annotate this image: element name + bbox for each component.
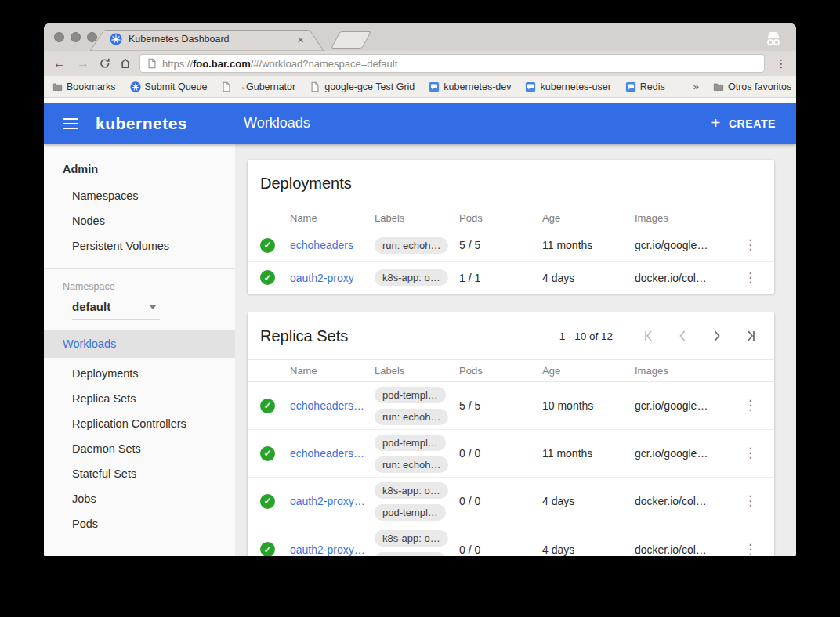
bookmark-item[interactable]: Bookmarks [52,81,116,92]
bookmark-item[interactable]: kubernetes-dev [429,81,511,92]
table-row: ✓ oauth2-proxy… k8s-app: o… pod-templ… 0… [248,478,774,525]
bookmarks-bar: Bookmarks Submit Queue →Gubernator googl… [44,76,796,98]
forward-icon[interactable]: → [75,56,91,70]
last-page-icon[interactable] [744,329,759,343]
sidebar-item-replica-sets[interactable]: Replica Sets [44,386,235,411]
bookmark-item[interactable]: →Gubernator [221,81,295,92]
label-chip: pod-templ… [375,435,446,451]
sidebar-item-nodes[interactable]: Nodes [44,208,235,233]
back-icon[interactable]: ← [52,56,67,70]
sidebar-item-jobs[interactable]: Jobs [44,486,235,511]
row-menu-icon[interactable]: ⋮ [744,448,774,459]
sidebar-item-daemon-sets[interactable]: Daemon Sets [44,436,235,461]
deployment-link[interactable]: oauth2-proxy [290,272,375,284]
folder-icon [52,81,63,92]
row-menu-icon[interactable]: ⋮ [744,240,774,251]
bookmark-item[interactable]: Redis [625,81,665,92]
pagination-range: 1 - 10 of 12 [559,330,613,342]
deployment-link[interactable]: echoheaders [290,239,375,251]
table-row: ✓ echoheaders run: echoh… 5 / 5 11 month… [248,229,774,262]
row-menu-icon[interactable]: ⋮ [744,272,774,283]
label-chip: k8s-app: o… [375,269,448,286]
label-chip: run: echoh… [375,237,448,254]
create-button[interactable]: + CREATE [711,114,776,132]
browser-toolbar: ← → https://foo.bar.com/#/workload?names… [44,51,796,76]
bookmark-item[interactable]: Submit Queue [130,81,208,92]
browser-window: Kubernetes Dashboard × ← → https://foo.b… [44,23,796,556]
status-ok-icon: ✓ [260,270,275,285]
sidebar-item-persistent-volumes[interactable]: Persistent Volumes [44,233,235,258]
reload-icon[interactable] [99,57,111,70]
label-chip: pod-templ… [375,387,446,403]
table-row: ✓ echoheaders… pod-templ… run: echoh… 0 … [248,430,774,478]
table-row: ✓ oauth2-proxy… k8s-app: o… pod-templ… 0… [248,525,774,556]
row-menu-icon[interactable]: ⋮ [744,544,774,555]
bookmarks-overflow-icon[interactable]: » [693,81,699,92]
status-ok-icon: ✓ [260,238,275,253]
label-chip: run: echoh… [375,456,448,473]
window-close-button[interactable] [54,32,64,42]
sidebar-item-stateful-sets[interactable]: Stateful Sets [44,461,235,486]
page-title: Workloads [244,115,310,132]
bookmark-item[interactable]: kubernetes-user [525,81,610,92]
url-bar[interactable]: https://foo.bar.com/#/workload?namespace… [139,54,765,73]
browser-tab[interactable]: Kubernetes Dashboard × [89,30,324,51]
replica-set-link[interactable]: echoheaders… [290,399,375,412]
incognito-icon [763,28,784,47]
kubernetes-icon [130,81,141,92]
sidebar-item-admin[interactable]: Admin [44,155,235,183]
label-chip: k8s-app: o… [375,530,448,547]
card-title: Replica Sets [260,327,559,345]
sidebar-item-workloads[interactable]: Workloads [44,330,235,358]
sidebar-item-pods[interactable]: Pods [44,511,235,536]
namespace-label: Namespace [44,276,235,297]
window-minimize-button[interactable] [71,32,81,42]
chevron-down-icon [149,305,157,309]
status-ok-icon: ✓ [260,542,275,556]
folder-icon [713,81,724,92]
browser-menu-icon[interactable]: ⋮ [773,57,790,70]
sidebar: Admin Namespaces Nodes Persistent Volume… [44,144,235,556]
kubernetes-logo[interactable]: kubernetes [96,114,187,133]
tab-close-icon[interactable]: × [297,34,304,45]
next-page-icon[interactable] [710,329,724,343]
sidebar-item-replication-controllers[interactable]: Replication Controllers [44,411,235,436]
hamburger-menu-icon[interactable] [63,118,78,129]
url-text: https://foo.bar.com/#/workload?namespace… [162,58,397,70]
table-row: ✓ echoheaders… pod-templ… run: echoh… 5 … [248,382,774,430]
main-content: Deployments Name Labels Pods Age Images … [235,144,796,556]
bookmark-item[interactable]: google-gce Test Grid [310,81,415,92]
label-chip: run: echoh… [375,409,448,425]
browser-titlebar: Kubernetes Dashboard × [44,23,796,51]
replica-set-link[interactable]: oauth2-proxy… [290,495,375,507]
plus-icon: + [711,114,721,132]
status-ok-icon: ✓ [260,399,275,413]
replica-set-link[interactable]: echoheaders… [290,447,375,460]
status-ok-icon: ✓ [260,494,275,509]
tab-title: Kubernetes Dashboard [129,34,291,45]
group-icon [429,81,440,92]
table-header: Name Labels Pods Age Images [248,359,774,382]
label-chip: pod-templ… [375,504,446,521]
other-favorites-folder[interactable]: Otros favoritos [713,81,791,92]
sidebar-item-deployments[interactable]: Deployments [44,361,235,386]
card-title: Deployments [260,175,759,193]
home-icon[interactable] [119,57,132,70]
group-icon [525,81,536,92]
group-icon [625,81,636,92]
namespace-select[interactable]: default [72,300,160,320]
first-page-icon[interactable] [641,329,655,343]
row-menu-icon[interactable]: ⋮ [744,496,774,507]
previous-page-icon[interactable] [675,329,690,343]
row-menu-icon[interactable]: ⋮ [744,400,774,411]
app-header: kubernetes Workloads + CREATE [44,103,796,144]
replica-set-link[interactable]: oauth2-proxy… [290,543,375,556]
table-header: Name Labels Pods Age Images [248,207,774,229]
table-row: ✓ oauth2-proxy k8s-app: o… 1 / 1 4 days … [248,262,774,294]
new-tab-button[interactable] [331,31,371,49]
status-ok-icon: ✓ [260,446,275,461]
deployments-card: Deployments Name Labels Pods Age Images … [248,160,774,294]
label-chip: k8s-app: o… [375,482,448,499]
sidebar-item-namespaces[interactable]: Namespaces [44,183,235,208]
pagination: 1 - 10 of 12 [559,329,759,343]
